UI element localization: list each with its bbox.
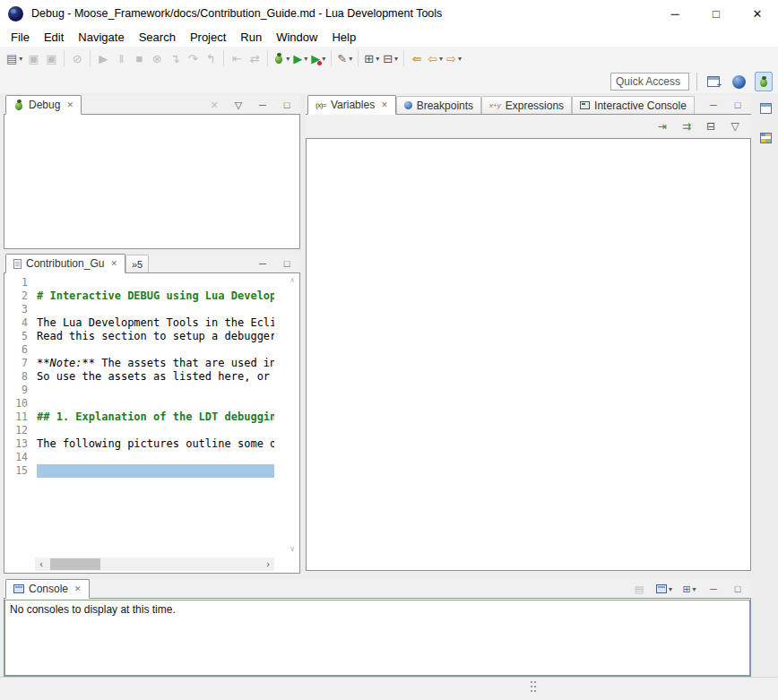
show-logical-structures-icon: ⇉: [682, 121, 691, 132]
minimize-view-icon: ─: [259, 259, 266, 269]
view-menu-button[interactable]: ▽: [726, 117, 744, 136]
debug-perspective-button[interactable]: [755, 72, 773, 91]
minimize-view-icon: ─: [259, 100, 266, 110]
ldt-perspective-icon: [732, 75, 746, 89]
use-step-filters-button: ⇄: [246, 48, 264, 68]
minimize-view-button[interactable]: ─: [254, 95, 272, 115]
dropdown-arrow-icon: ▾: [349, 55, 352, 63]
external-tools-button[interactable]: ✎▾: [335, 48, 354, 68]
minimize-view-button[interactable]: ─: [705, 579, 722, 599]
forward-button[interactable]: ⇨▾: [445, 48, 463, 68]
disconnect-icon: ⊗: [152, 53, 162, 65]
restore-minimized-view-button[interactable]: [756, 99, 774, 118]
minimize-view-button[interactable]: ─: [254, 254, 272, 273]
maximize-view-button[interactable]: □: [729, 579, 747, 599]
editor-line: 15: [4, 464, 274, 478]
tab-contribution-guide[interactable]: Contribution_Gu ✕: [5, 254, 125, 273]
show-type-names-button[interactable]: ⇥: [653, 117, 671, 136]
profile-button[interactable]: ▶▾: [309, 48, 327, 68]
save-button: ▣: [24, 48, 42, 68]
text-segment: The following pictures outline some o: [37, 437, 274, 450]
maximize-button[interactable]: □: [696, 0, 737, 27]
close-icon[interactable]: ✕: [381, 100, 388, 109]
scroll-up-icon[interactable]: ∧: [290, 277, 295, 284]
last-edit-location-button[interactable]: ⇚: [408, 48, 426, 68]
editor-line: 3: [4, 303, 274, 316]
step-into-button: ↴: [166, 48, 184, 68]
tab-variables[interactable]: (x)=Variables✕: [307, 95, 396, 115]
tab-console[interactable]: Console ✕: [5, 579, 90, 599]
debug-button[interactable]: ▾: [272, 48, 291, 68]
minimize-view-button[interactable]: ─: [705, 95, 722, 115]
scrollbar-thumb[interactable]: [50, 558, 100, 570]
window-controls: ─□✕: [654, 0, 778, 27]
dropdown-arrow-icon: ▾: [693, 585, 696, 593]
editor-line: 4The Lua Development Tools in the Ecli: [4, 316, 274, 330]
close-icon[interactable]: ✕: [110, 259, 117, 268]
line-text: The Lua Development Tools in the Ecli: [37, 316, 274, 330]
line-number: 5: [4, 330, 28, 343]
tab-debug[interactable]: Debug ✕: [5, 95, 82, 115]
back-button[interactable]: ⇦▾: [426, 48, 445, 68]
sash-grip[interactable]: [531, 681, 537, 695]
view-menu-button[interactable]: ▽: [229, 95, 247, 115]
tab-interactive-console[interactable]: Interactive Console: [572, 96, 695, 114]
tab-expressions[interactable]: x+yExpressions: [481, 96, 572, 114]
horizontal-scrollbar[interactable]: ‹ ›: [35, 557, 274, 571]
tab-expressions-label: Expressions: [506, 99, 564, 112]
editor-lines[interactable]: 12# Interactive DEBUG using Lua Develop3…: [4, 276, 274, 478]
menu-help[interactable]: Help: [324, 29, 363, 46]
display-selected-console-button[interactable]: ▾: [654, 579, 674, 599]
minimized-view-button[interactable]: [756, 128, 774, 148]
run-button[interactable]: ▶▾: [291, 48, 309, 68]
menu-search[interactable]: Search: [132, 29, 183, 46]
menu-window[interactable]: Window: [269, 29, 324, 46]
open-console-button[interactable]: ⊞▾: [680, 579, 698, 599]
maximize-view-button[interactable]: □: [278, 254, 296, 273]
text-segment: # Interactive DEBUG using Lua Develop: [37, 290, 274, 302]
console-icon: [13, 584, 24, 593]
menu-project[interactable]: Project: [183, 29, 233, 46]
line-number: 1: [4, 276, 28, 290]
new-wizard-button[interactable]: ⊞▾: [362, 48, 381, 68]
ldt-perspective-button[interactable]: [730, 72, 748, 91]
collapse-all-button[interactable]: ⊟: [702, 117, 720, 136]
variables-view-toolbar: ⇥⇉⊟▽: [306, 115, 751, 138]
step-return-button: ↰: [202, 48, 220, 68]
breakpoint-icon: [404, 101, 412, 109]
tab-breakpoints[interactable]: Breakpoints: [396, 96, 481, 114]
scroll-left-icon[interactable]: ‹: [35, 559, 48, 569]
editor-overflow-tab[interactable]: »5: [125, 255, 149, 272]
menu-run[interactable]: Run: [233, 29, 269, 46]
toolbar-separator: [90, 50, 91, 66]
scrollbar-track[interactable]: [48, 557, 262, 571]
new-button[interactable]: ▤▾: [4, 48, 24, 68]
dropdown-arrow-icon: ▾: [376, 55, 379, 63]
overflow-count: »5: [132, 259, 143, 270]
disconnect-button: ⊗: [148, 48, 166, 68]
last-edit-location-icon: ⇚: [412, 53, 422, 65]
close-icon[interactable]: ✕: [74, 584, 82, 593]
maximize-view-button[interactable]: □: [278, 95, 296, 115]
show-type-names-icon: ⇥: [658, 121, 667, 132]
show-logical-structures-button[interactable]: ⇉: [678, 117, 696, 136]
scroll-right-icon[interactable]: ›: [262, 559, 274, 569]
maximize-view-button[interactable]: □: [729, 95, 747, 115]
suspend-icon: ‖: [119, 53, 124, 65]
tab-breakpoints-label: Breakpoints: [417, 99, 473, 112]
open-element-button[interactable]: ⊟▾: [381, 48, 400, 68]
quick-access-box[interactable]: Quick Access: [610, 73, 689, 91]
minimize-view-icon: ─: [710, 584, 717, 594]
open-perspective-button[interactable]: [705, 72, 722, 91]
quick-access-area: Quick Access: [610, 70, 773, 93]
open-console-icon: ⊞: [682, 584, 690, 594]
close-button[interactable]: ✕: [737, 0, 778, 27]
minimize-button[interactable]: ─: [654, 0, 696, 27]
menu-navigate[interactable]: Navigate: [71, 29, 131, 46]
line-number: 10: [4, 397, 28, 410]
scroll-down-icon[interactable]: ∨: [290, 546, 295, 553]
menu-edit[interactable]: Edit: [37, 29, 71, 46]
menu-file[interactable]: File: [4, 29, 37, 46]
close-icon[interactable]: ✕: [66, 100, 73, 109]
line-number: 4: [4, 316, 28, 330]
